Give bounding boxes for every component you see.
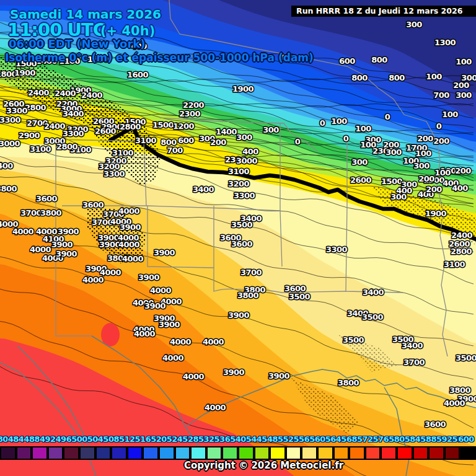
contour-label: 4000 bbox=[444, 399, 465, 408]
scale-tick: 564 bbox=[325, 434, 342, 444]
scale-swatch bbox=[397, 446, 413, 460]
scale-tick: 524 bbox=[167, 434, 183, 444]
contour-label: 3600 bbox=[36, 194, 58, 203]
contour-label: 3900 bbox=[138, 273, 160, 282]
contour-label: 3000 bbox=[0, 139, 20, 148]
contour-label: 2800 bbox=[25, 103, 46, 112]
scale-swatch bbox=[413, 446, 429, 460]
contour-label: 200 bbox=[455, 166, 471, 175]
contour-label: 1200 bbox=[173, 121, 195, 131]
scale-tick: 556 bbox=[294, 434, 310, 444]
contour-label: 700 bbox=[167, 146, 183, 155]
contour-label: 3300 bbox=[326, 245, 348, 254]
scale-tick: 516 bbox=[135, 434, 151, 444]
contour-label: 3900 bbox=[228, 311, 250, 320]
scale-swatch bbox=[381, 446, 397, 460]
scale-tick: 488 bbox=[24, 434, 40, 444]
contour-label: 600 bbox=[178, 136, 194, 145]
scale-swatches bbox=[0, 446, 476, 460]
scale-swatch bbox=[254, 446, 270, 460]
scale-tick: 520 bbox=[151, 434, 167, 444]
weather-map[interactable]: 1400110015004001500160018001900190019002… bbox=[0, 0, 476, 476]
contour-label: 4000 bbox=[203, 337, 224, 346]
parameter-label: Isotherme 0°c (m) et épaisseur 500-1000 … bbox=[5, 53, 314, 63]
scale-tick: 576 bbox=[373, 434, 389, 444]
contour-label: 4000 bbox=[118, 240, 140, 249]
scale-tick: 540 bbox=[230, 434, 246, 444]
contour-label: 200 bbox=[426, 185, 442, 194]
contour-label: 4000 bbox=[162, 353, 184, 363]
contour-label: 1600 bbox=[127, 70, 149, 79]
scale-swatch bbox=[333, 446, 350, 460]
scale-tick: 584 bbox=[405, 434, 421, 444]
scale-swatch bbox=[286, 446, 302, 460]
contour-label: 1500 bbox=[381, 177, 403, 186]
contour-label: 3900 bbox=[154, 248, 175, 257]
contour-label: 3900 bbox=[159, 320, 180, 329]
contour-label: 3300 bbox=[63, 129, 84, 138]
contour-label: 3200 bbox=[228, 179, 250, 188]
contour-label: 300 bbox=[351, 157, 368, 167]
scale-swatch bbox=[238, 446, 254, 460]
contour-label: 3500 bbox=[289, 292, 311, 301]
contour-label: 3500 bbox=[231, 220, 253, 229]
contour-label: 3300 bbox=[0, 115, 21, 125]
contour-label: 3700 bbox=[20, 208, 42, 218]
scale-tick: 504 bbox=[87, 434, 104, 444]
contour-label: 1900 bbox=[232, 84, 254, 94]
contour-label: 4000 bbox=[170, 337, 192, 346]
contour-label: 2300 bbox=[179, 109, 201, 118]
scale-tick: 496 bbox=[56, 434, 72, 444]
contour-label: 3500 bbox=[392, 335, 414, 344]
contour-label: 2800 bbox=[120, 122, 141, 131]
contour-label: 3900 bbox=[51, 240, 73, 249]
contour-label: 4000 bbox=[150, 286, 172, 295]
contour-label: 3900 bbox=[120, 223, 141, 232]
scale-tick: 572 bbox=[357, 434, 373, 444]
contour-label: 3700 bbox=[403, 358, 425, 367]
contour-label: 0 bbox=[343, 134, 349, 143]
scale-tick: 592 bbox=[436, 434, 452, 444]
scale-swatch bbox=[159, 446, 175, 460]
contour-label: 4000 bbox=[205, 403, 226, 412]
scale-tick: 480 bbox=[0, 434, 8, 444]
scale-tick: 492 bbox=[40, 434, 56, 444]
scale-swatch bbox=[32, 446, 48, 460]
contour-label: 3600 bbox=[82, 200, 104, 209]
contour-label: 100 bbox=[426, 72, 442, 81]
contour-label: 3800 bbox=[449, 386, 471, 395]
scale-tick: 544 bbox=[246, 434, 262, 444]
scale-swatch bbox=[127, 446, 143, 460]
contour-label: 3100 bbox=[228, 167, 250, 176]
contour-label: 3000 bbox=[236, 156, 258, 165]
contour-label: 200 bbox=[453, 81, 469, 90]
contour-label: 3800 bbox=[40, 208, 62, 218]
contour-label: 4000 bbox=[122, 254, 144, 263]
contour-label: 2800 bbox=[56, 142, 78, 151]
scale-swatch bbox=[143, 446, 159, 460]
contour-label: 4000 bbox=[183, 372, 205, 381]
contour-label: 2400 bbox=[55, 89, 76, 98]
contour-label: 2900 bbox=[19, 131, 40, 140]
contour-label: 1400 bbox=[216, 127, 237, 136]
contour-label: 3400 bbox=[363, 288, 384, 297]
scale-tick: 588 bbox=[420, 434, 436, 444]
contour-label: 1300 bbox=[434, 38, 456, 47]
contour-label: 1900 bbox=[14, 68, 36, 77]
contour-label: 3400 bbox=[193, 185, 214, 194]
contour-label: 4000 bbox=[118, 206, 140, 216]
contour-label: 3700 bbox=[240, 268, 262, 277]
contour-label: 3300 bbox=[234, 191, 255, 200]
scale-swatch bbox=[63, 446, 79, 460]
model-run-info: Run HRRR 18 Z du Jeudi 12 mars 2026 bbox=[291, 6, 476, 17]
contour-label: 3400 bbox=[63, 109, 84, 118]
contour-label: 3500 bbox=[343, 335, 364, 345]
contour-label: 3100 bbox=[30, 144, 51, 154]
contour-label: 300 bbox=[386, 148, 402, 157]
contour-label: 3800 bbox=[237, 291, 259, 300]
contour-label: 0 bbox=[385, 112, 390, 121]
scale-swatch bbox=[206, 446, 223, 460]
local-time-label: 06:00 EDT (New York) bbox=[9, 38, 146, 50]
contour-label: 3500 bbox=[456, 353, 476, 363]
contour-label: 300 bbox=[263, 125, 279, 134]
